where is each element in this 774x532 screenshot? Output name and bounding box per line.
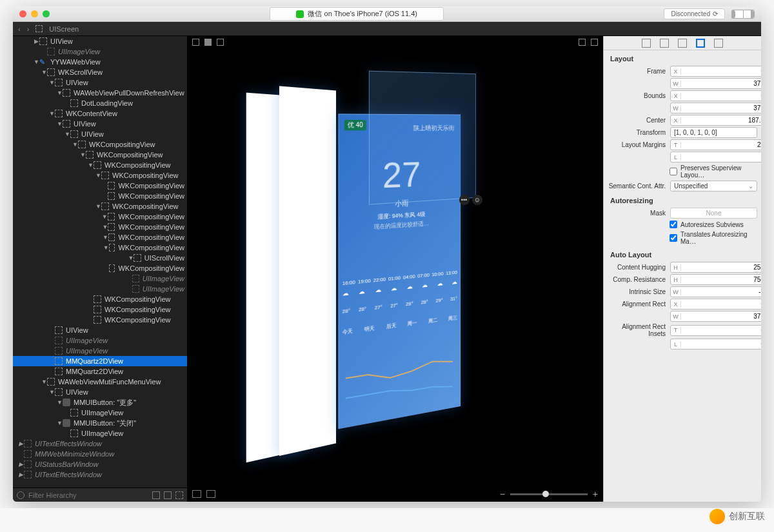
file-tab-icon[interactable] (642, 39, 651, 48)
frame-w-input[interactable]: W▲▼ (670, 78, 761, 89)
tree-row[interactable]: ▼WAWebViewPullDownRefreshView (13, 88, 187, 98)
tree-row[interactable]: UIImageView (13, 273, 187, 284)
tree-label: UIImageView (81, 429, 123, 437)
expand-icon[interactable] (164, 491, 172, 499)
tree-row[interactable]: WKCompositingView (13, 181, 187, 191)
tree-row[interactable]: ▼WKCompositingView (13, 212, 187, 222)
tree-row[interactable]: ▶UIStatusBarWindow (13, 459, 187, 469)
tree-row[interactable]: ▼WKCompositingView (13, 139, 187, 150)
tree-row[interactable]: ▼UIView (13, 77, 187, 88)
tree-row[interactable]: ▼WKContentView (13, 108, 187, 119)
preserves-checkbox[interactable] (670, 168, 677, 175)
clip-icon[interactable] (192, 490, 201, 498)
bounds-x-input[interactable]: X▲▼ (670, 90, 761, 101)
size-tab-icon[interactable] (696, 39, 705, 48)
tree-row[interactable]: UIImageView (13, 428, 187, 438)
connection-status-button[interactable]: Disconnected ⟳ (664, 8, 725, 19)
close-icon[interactable] (19, 10, 26, 17)
insets-l-input[interactable]: L▲▼ (670, 339, 761, 350)
tree-label: UIView (66, 388, 88, 396)
exploded-view: 优 40 陕上晴初天乐街 27 小雨 湿度: 94% 东风 4级 现在的温度比较… (273, 82, 518, 456)
mode-both-icon[interactable] (217, 39, 224, 46)
tree-row[interactable]: ▼✎YYWAWebView (13, 57, 187, 67)
bounds-w-input[interactable]: W▲▼ (670, 103, 761, 113)
minimize-icon[interactable] (31, 10, 38, 17)
tree-row[interactable]: ▼WKCompositingView (13, 150, 187, 160)
alignrect-x-input[interactable]: X▲▼ (670, 299, 761, 310)
tree-row[interactable]: UIImageView (13, 335, 187, 346)
tree-row[interactable]: ▼WKCompositingView (13, 242, 187, 253)
tree-row[interactable]: WKCompositingView (13, 263, 187, 273)
tree-row[interactable]: ▼WKCompositingView (13, 160, 187, 170)
tree-row[interactable]: ▼WKScrollView (13, 67, 187, 77)
view-rect-icon (109, 264, 115, 272)
nav-back-icon[interactable]: ‹ (18, 25, 21, 33)
translates-checkbox[interactable] (670, 234, 677, 242)
menu-close-icon[interactable]: ⊙ (472, 195, 482, 205)
nav-forward-icon[interactable]: › (27, 25, 30, 33)
tree-row[interactable]: UIView (13, 325, 187, 335)
panel-toggle[interactable] (731, 10, 755, 19)
tree-row[interactable]: MMQuartz2DView (13, 356, 187, 366)
tree-row[interactable]: ▶UITextEffectsWindow (13, 469, 187, 480)
view-3d-icon[interactable] (591, 39, 598, 46)
tree-label: WAWebViewPullDownRefreshView (74, 89, 184, 97)
tree-list[interactable]: ▶UIViewUIImageView▼✎YYWAWebView▼WKScroll… (13, 36, 187, 488)
transform-value[interactable]: [1, 0, 0, 1, 0, 0] (670, 127, 757, 138)
spacing-slider[interactable] (510, 493, 588, 495)
frame-x-input[interactable]: X▲▼ (670, 66, 761, 77)
menu-more-icon[interactable]: ••• (459, 195, 470, 205)
mode-outline-icon[interactable] (192, 39, 199, 46)
tree-row[interactable]: ▼WKCompositingView (13, 201, 187, 212)
alignrect-w-input[interactable]: W▲▼ (670, 311, 761, 322)
resistance-h-input[interactable]: H▲▼ (670, 274, 761, 285)
identity-tab-icon[interactable] (678, 39, 687, 48)
tree-row[interactable]: ▼UIView (13, 129, 187, 139)
hugging-h-input[interactable]: H▲▼ (670, 262, 761, 273)
tree-row[interactable]: MMWebMinimizeWindow (13, 449, 187, 459)
mode-fill-icon[interactable] (204, 39, 212, 46)
tree-row[interactable]: ▼WKCompositingView (13, 232, 187, 242)
view-2d-icon[interactable] (579, 39, 586, 46)
tree-row[interactable]: DotLoadingView (13, 98, 187, 108)
tree-row[interactable]: UIImageView (13, 408, 187, 418)
connections-tab-icon[interactable] (714, 39, 723, 48)
tree-row[interactable]: ▼UIScrollView (13, 253, 187, 263)
insets-t-input[interactable]: T▲▼ (670, 325, 761, 336)
tree-row[interactable]: ▼MMUIButton: "更多" (13, 397, 187, 408)
margin-l-input[interactable]: L▲▼ (670, 152, 761, 163)
semantic-select[interactable]: Unspecified⌄ (670, 181, 757, 192)
margin-t-input[interactable]: T▲▼ (670, 139, 761, 150)
constraints-icon[interactable] (206, 490, 215, 498)
tree-row[interactable]: UIImageView (13, 346, 187, 356)
tree-row[interactable]: MMQuartz2DView (13, 366, 187, 377)
intrinsic-w-input[interactable]: W▲▼ (670, 286, 761, 297)
quickhelp-tab-icon[interactable] (660, 39, 669, 48)
tree-row[interactable]: WKCompositingView (13, 191, 187, 201)
tree-row[interactable]: ▼WAWebViewMutiFuncMenuView (13, 377, 187, 387)
tree-row[interactable]: UIImageView (13, 46, 187, 57)
tree-row[interactable]: UIImageView (13, 284, 187, 294)
filter-icon[interactable] (17, 491, 25, 499)
view-rect-icon (63, 120, 70, 128)
autoresize-subviews-checkbox[interactable] (670, 221, 677, 228)
breadcrumb[interactable]: UIScreen (49, 25, 79, 33)
tree-row[interactable]: ▼MMUIButton: "关闭" (13, 418, 187, 428)
tree-row[interactable]: WKCompositingView (13, 294, 187, 304)
zoom-icon[interactable] (43, 10, 50, 17)
tree-row[interactable]: ▼WKCompositingView (13, 222, 187, 232)
tree-row[interactable]: ▶UITextEffectsWindow (13, 438, 187, 449)
tree-row[interactable]: WKCompositingView (13, 315, 187, 325)
tree-row[interactable]: ▼UIView (13, 387, 187, 397)
tree-row[interactable]: ▼WKCompositingView (13, 170, 187, 181)
center-x-input[interactable]: X▲▼ (670, 115, 761, 126)
zoom-out-icon[interactable]: − (500, 489, 505, 499)
focus-icon[interactable] (175, 491, 183, 499)
tree-row[interactable]: ▼UIView (13, 119, 187, 129)
tree-row[interactable]: ▶UIView (13, 36, 187, 46)
filter-input[interactable] (28, 491, 148, 499)
canvas-3d[interactable]: − + 优 40 陕上晴初天乐街 27 小雨 湿度: 94% 东风 4级 现在的… (187, 36, 603, 502)
zoom-in-icon[interactable]: + (593, 489, 598, 499)
tree-row[interactable]: WKCompositingView (13, 304, 187, 315)
grid-icon[interactable] (152, 491, 160, 499)
